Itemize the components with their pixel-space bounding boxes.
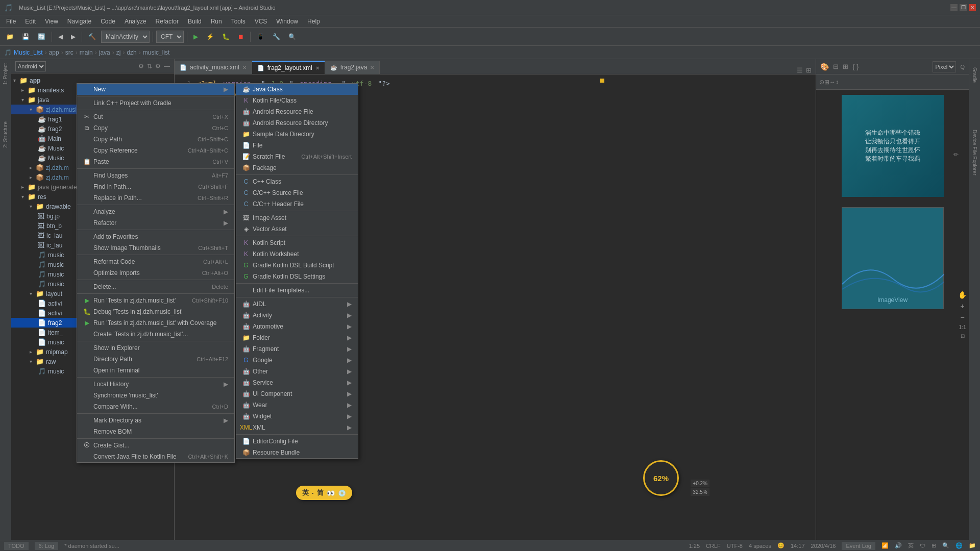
layout-editor-button[interactable]: ⊞ (806, 66, 812, 74)
avd-button[interactable]: 📱 (254, 30, 267, 43)
log-tab[interactable]: 6: Log (35, 542, 59, 550)
orient-button[interactable]: ↔ (829, 79, 836, 86)
tree-item-package-2[interactable]: ▸ 📦 zj.dzh.m (11, 163, 174, 172)
menu-build[interactable]: Build (184, 17, 206, 26)
tree-item-drawable[interactable]: ▾ 📁 drawable (11, 202, 174, 211)
tree-item-manifests[interactable]: ▸ 📁 manifests (11, 85, 174, 95)
breadcrumb-music-list[interactable]: Music_List (14, 49, 43, 56)
tree-item-res[interactable]: ▾ 📁 res (11, 192, 174, 202)
tree-item-activi2[interactable]: 📄 activi (11, 308, 174, 318)
encoding[interactable]: UTF-8 (727, 543, 743, 549)
search-icon-taskbar[interactable]: 🔍 (942, 542, 949, 549)
save-button[interactable]: 💾 (19, 30, 33, 43)
tree-item-ic2[interactable]: 🖼 ic_lau (11, 240, 174, 250)
tree-item-raw[interactable]: ▾ 📁 raw (11, 357, 174, 366)
profile-button[interactable]: ⚡ (203, 30, 217, 43)
blueprint-button[interactable]: ⊞ (824, 79, 829, 86)
palette-icon-button[interactable]: 🎨 (820, 63, 829, 71)
sync-button[interactable]: 🔄 (35, 30, 48, 43)
close-tab-java[interactable]: ✕ (370, 65, 374, 70)
fit-button[interactable]: 1:1 (958, 324, 967, 330)
breadcrumb-java[interactable]: java (99, 49, 110, 56)
menu-window[interactable]: Window (272, 17, 302, 26)
event-log-tab[interactable]: Event Log (842, 542, 875, 550)
hammer-button[interactable]: 🔨 (85, 30, 99, 43)
breadcrumb-music-list-2[interactable]: music_list (143, 49, 170, 56)
menu-tools[interactable]: Tools (227, 17, 250, 26)
minimize-button[interactable]: — (950, 4, 958, 11)
menu-file[interactable]: File (2, 17, 20, 26)
split-view-button[interactable]: ⊞ (843, 63, 848, 70)
tree-item-btn[interactable]: 🖼 btn_b (11, 221, 174, 231)
todo-tab[interactable]: TODO (4, 542, 29, 550)
editor-settings-button[interactable]: ☰ (797, 66, 803, 74)
device-select[interactable]: Pixel (933, 61, 956, 72)
project-view-select[interactable]: Android Project (15, 61, 46, 71)
breadcrumb-src[interactable]: src (65, 49, 74, 56)
project-tab[interactable]: 1: Project (2, 61, 9, 87)
tree-item-music-d4[interactable]: 🎵 music (11, 279, 174, 289)
tree-item-music2[interactable]: ☕ Music (11, 153, 174, 163)
breadcrumb-app[interactable]: app (49, 49, 59, 56)
tree-item-music-d2[interactable]: 🎵 music (11, 260, 174, 269)
design-view-button[interactable]: ⊟ (833, 63, 839, 70)
menu-vcs[interactable]: VCS (251, 17, 272, 26)
open-button[interactable]: 📁 (3, 30, 17, 43)
tree-item-app[interactable]: ▾ 📁 app (11, 76, 174, 85)
tree-item-mipmap[interactable]: ▸ 📁 mipmap (11, 347, 174, 357)
tree-item-package-3[interactable]: ▸ 📦 zj.dzh.m (11, 172, 174, 182)
menu-edit[interactable]: Edit (21, 17, 40, 26)
sdk-button[interactable]: 🔧 (270, 30, 283, 43)
menu-analyze[interactable]: Analyze (120, 17, 151, 26)
close-panel-button[interactable]: — (164, 63, 170, 70)
edit-icon[interactable]: ✏ (953, 151, 959, 158)
tab-frag2-java[interactable]: ☕ frag2.java ✕ (325, 61, 380, 74)
tree-item-activi1[interactable]: 📄 activi (11, 298, 174, 308)
close-button[interactable]: ✕ (969, 4, 976, 11)
stop-button[interactable]: ⏹ (235, 30, 247, 43)
indent[interactable]: 4 spaces (749, 543, 771, 549)
sort-button[interactable]: ⇅ (147, 63, 152, 70)
forward-button[interactable]: ▶ (68, 30, 79, 43)
device-explorer-tab[interactable]: Device File Explorer (971, 127, 978, 178)
close-tab-activity[interactable]: ✕ (242, 65, 247, 70)
close-tab-frag2[interactable]: ✕ (315, 65, 320, 71)
fit-screen-button[interactable]: ⊡ (958, 333, 967, 339)
tab-frag2-layout[interactable]: 📄 frag2_layout.xml ✕ (252, 61, 325, 74)
tree-item-layout[interactable]: ▾ 📁 layout (11, 289, 174, 298)
zoom-out-button[interactable]: − (958, 313, 967, 321)
menu-refactor[interactable]: Refactor (152, 17, 183, 26)
tree-item-package-1[interactable]: ▾ 📦 zj.dzh.music_list (11, 105, 174, 114)
tree-item-mainactivity[interactable]: 🤖 Main (11, 134, 174, 143)
tree-item-music-l[interactable]: 📄 music (11, 337, 174, 347)
tree-item-java[interactable]: ▾ 📁 java (11, 95, 174, 105)
cft-dropdown[interactable]: CFT (156, 31, 184, 43)
sync-project-button[interactable]: ⚙ (138, 63, 144, 70)
breadcrumb-dzh[interactable]: dzh (127, 49, 136, 56)
nav-button[interactable]: ↕ (836, 79, 839, 86)
gear-button[interactable]: ⚙ (155, 63, 161, 70)
zoom-fit-button[interactable]: ⊙ (819, 79, 824, 86)
menu-view[interactable]: View (41, 17, 62, 26)
menu-run[interactable]: Run (207, 17, 226, 26)
run-button[interactable]: ▶ (190, 30, 201, 43)
tree-item-music1[interactable]: ☕ Music (11, 143, 174, 153)
code-view-button[interactable]: { } (852, 63, 859, 70)
tree-item-music-d3[interactable]: 🎵 music (11, 269, 174, 279)
tree-item-frag1[interactable]: ☕ frag1 (11, 114, 174, 124)
debug-button[interactable]: 🐛 (219, 30, 233, 43)
back-button[interactable]: ◀ (55, 30, 66, 43)
tab-activity-music[interactable]: 📄 activity_music.xml ✕ (175, 61, 252, 74)
search-everything-button[interactable]: 🔍 (285, 30, 299, 43)
menu-help[interactable]: Help (303, 17, 324, 26)
maximize-button[interactable]: ❐ (960, 4, 967, 11)
line-ending[interactable]: CRLF (706, 543, 721, 549)
zoom-in-button[interactable]: + (958, 302, 967, 310)
tree-item-frag2-layout[interactable]: 📄 frag2 (11, 318, 174, 328)
tree-item-music-r[interactable]: 🎵 music (11, 366, 174, 376)
tree-item-java-gen[interactable]: ▸ 📁 java (generated) (11, 182, 174, 192)
structure-tab[interactable]: 2: Structure (2, 119, 9, 150)
main-activity-dropdown[interactable]: MainActivity (101, 31, 150, 43)
menu-navigate[interactable]: Navigate (63, 17, 95, 26)
breadcrumb-main[interactable]: main (80, 49, 93, 56)
